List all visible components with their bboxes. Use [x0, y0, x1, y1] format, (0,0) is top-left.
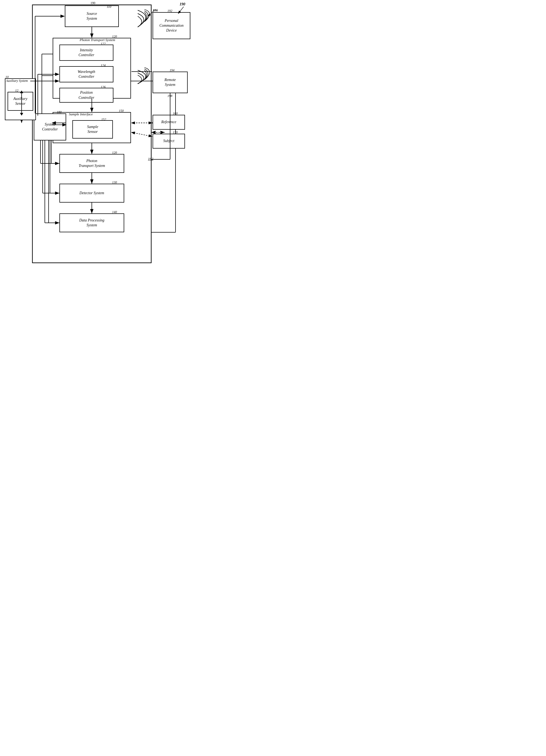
auxiliary-system-refnum: 10: [5, 75, 9, 79]
intensity-ref: 122: [101, 42, 106, 46]
wavelength-controller-label: WavelengthController: [78, 69, 95, 79]
photon-transport-bottom-label: PhotonTransport System: [79, 159, 105, 168]
detector-system-label: Detector System: [79, 191, 104, 196]
position-controller-box: PositionController: [59, 88, 113, 103]
diagram-container: 190 SourceSystem 110 Photon Transport Sy…: [0, 0, 194, 270]
system-controller-box: SystemController: [34, 113, 66, 140]
subject-box: Subject: [153, 134, 185, 149]
data-processing-box: Data ProcessingSystem: [59, 213, 124, 232]
sample-sensor-box: SampleSensor: [72, 120, 113, 139]
remote-system-ref: 194: [170, 68, 174, 72]
main-box-label: 190: [90, 1, 95, 5]
wavelength-ref: 124: [101, 63, 106, 68]
source-system-label: SourceSystem: [87, 11, 97, 21]
reference-label: Reference: [161, 120, 176, 125]
system-controller-ref: 180: [57, 110, 62, 114]
auxiliary-system-label: Auxiliary System: [6, 79, 28, 83]
detector-ref: 130: [112, 180, 117, 184]
personal-comm-box: PersonalCommunicationDevice: [153, 12, 190, 39]
position-controller-label: PositionController: [79, 90, 95, 100]
personal-comm-label: PersonalCommunicationDevice: [159, 18, 183, 33]
intensity-controller-box: IntensityController: [59, 45, 113, 61]
photon-transport-bottom-box: PhotonTransport System: [59, 154, 124, 173]
detector-system-box: Detector System: [59, 184, 124, 203]
personal-comm-ref: 192: [167, 9, 172, 13]
remote-system-label: RemoteSystem: [164, 78, 176, 87]
ref-196-label: 196: [153, 8, 158, 12]
pts-top-ref: 120: [112, 35, 117, 39]
system-controller-label: SystemController: [42, 122, 58, 132]
subject-ref: 170: [173, 130, 178, 135]
svg-line-61: [132, 132, 152, 136]
pts-top-label: Photon Transport System: [80, 38, 115, 42]
sample-sensor-label: SampleSensor: [87, 125, 98, 134]
source-system-ref: 110: [107, 5, 111, 9]
remote-system-box: RemoteSystem: [153, 72, 188, 93]
auxiliary-sensor-ref: 12: [15, 89, 18, 93]
data-processing-ref: 140: [112, 210, 117, 214]
ref-190-label: 190: [180, 2, 185, 6]
sample-sensor-ref: 152: [101, 117, 106, 122]
auxiliary-sensor-box: AuxiliarySensor: [8, 92, 33, 111]
sample-interface-ref: 150: [119, 109, 124, 113]
reference-box: Reference: [153, 115, 185, 130]
ref-162-label: 162: [148, 157, 153, 161]
position-ref: 126: [101, 85, 106, 89]
subject-label: Subject: [163, 139, 174, 143]
wavelength-controller-box: WavelengthController: [59, 66, 113, 82]
ref-198-label: 198: [167, 94, 172, 98]
pts-bottom-ref: 120: [112, 151, 117, 155]
intensity-controller-label: IntensityController: [79, 48, 95, 58]
data-processing-label: Data ProcessingSystem: [79, 218, 104, 228]
auxiliary-sensor-label: AuxiliarySensor: [13, 96, 27, 106]
reference-ref: 160: [173, 112, 178, 116]
sample-interface-label: Sample Interface: [69, 112, 93, 116]
